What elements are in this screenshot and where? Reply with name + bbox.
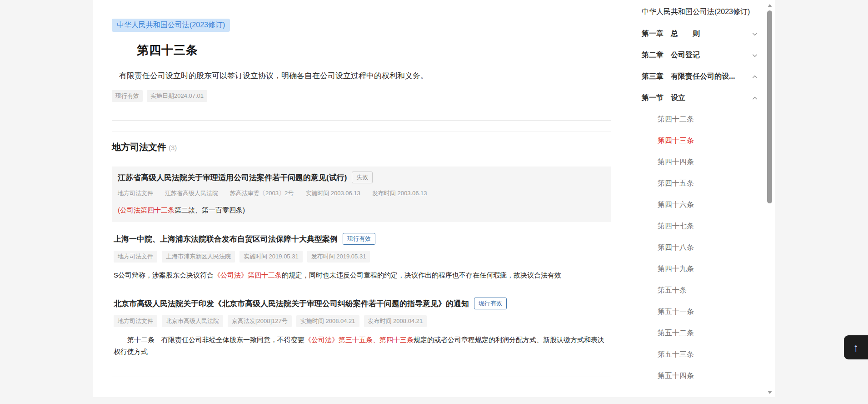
document-title-link[interactable]: 江苏省高级人民法院关于审理适用公司法案件若干问题的意见(试行) [118,172,347,183]
toc-article-43-active[interactable]: 第四十三条 [642,130,758,152]
document-meta-row: 地方司法文件 北京市高级人民法院 京高法发[2008]127号 实施时间 200… [114,315,611,327]
meta-doc-type: 地方司法文件 [118,189,153,197]
divider [112,377,611,377]
meta-publish-date: 发布时间 2019.05.31 [307,251,370,263]
main-column: 中华人民共和国公司法(2023修订) 第四十三条 有限责任公司设立时的股东可以签… [112,0,611,377]
document-meta-row: 地方司法文件 江苏省高级人民法院 苏高法审委〔2003〕2号 实施时间 2003… [118,189,604,197]
toc-chapter-3[interactable]: 第三章 有限责任公司的设... [642,66,758,87]
document-meta-row: 地方司法文件 上海市浦东新区人民法院 实施时间 2019.05.31 发布时间 … [114,251,611,263]
toc-article-49[interactable]: 第四十九条 [642,258,758,280]
toc-law-title: 中华人民共和国公司法(2023修订) [642,2,758,21]
toc-article-53[interactable]: 第五十三条 [642,344,758,365]
chevron-down-icon[interactable] [752,31,758,37]
toc-sidebar: 中华人民共和国公司法(2023修订) 第一章 总 则 第二章 公司登记 第三章 … [639,0,775,397]
toc-scrollbar[interactable] [767,0,773,397]
excerpt-text: 的规定，同时也未违反公司章程的约定，决议作出的程序也不存在任何瑕疵，故决议合法有… [282,271,561,279]
article-body-text: 有限责任公司设立时的股东可以签订设立协议，明确各自在公司设立过程中的权利和义务。 [119,71,611,81]
document-entry: 北京市高级人民法院关于印发《北京市高级人民法院关于审理公司纠纷案件若干问题的指导… [112,298,611,358]
document-title-link[interactable]: 上海一中院、上海浦东法院联合发布自贸区司法保障十大典型案例 [114,234,338,244]
status-badge: 失效 [352,172,373,183]
document-excerpt: 第十二条 有限责任公司非经全体股东一致同意，不得变更《公司法》第三十五条、第四十… [114,334,611,358]
chevron-down-icon[interactable] [752,52,758,59]
meta-publish-date: 发布时间 2003.06.13 [372,189,427,197]
toc-chapter-2[interactable]: 第二章 公司登记 [642,45,758,66]
toc-article-51[interactable]: 第五十一条 [642,301,758,323]
document-title-link[interactable]: 北京市高级人民法院关于印发《北京市高级人民法院关于审理公司纠纷案件若干问题的指导… [114,298,469,309]
toc-section-label: 第一节 设立 [642,93,685,103]
toc-article-42[interactable]: 第四十二条 [642,109,758,130]
scrollbar-down-arrow-icon[interactable] [768,391,772,394]
meta-issuing-court: 北京市高级人民法院 [162,315,223,327]
toc-chapter-label: 第一章 总 则 [642,29,700,39]
document-card-selected[interactable]: 江苏省高级人民法院关于审理适用公司法案件若干问题的意见(试行) 失效 地方司法文… [112,167,611,222]
excerpt-highlight: 《公司法》第三十五条、第四十三条 [304,336,414,343]
status-badge: 现行有效 [343,233,375,245]
document-entry: 上海一中院、上海浦东法院联合发布自贸区司法保障十大典型案例 现行有效 地方司法文… [112,233,611,281]
arrow-up-icon: ↑ [853,342,859,353]
divider [112,120,611,121]
excerpt-text: 第二款、第一百零四条) [175,206,245,214]
toc-section-1[interactable]: 第一节 设立 [642,87,758,109]
back-to-top-button[interactable]: ↑ [844,335,868,359]
excerpt-highlight: (公司法第四十三条 [118,206,175,214]
toc-article-45[interactable]: 第四十五条 [642,173,758,194]
effective-date-tag: 实施日期2024.07.01 [147,90,207,102]
meta-doc-number: 苏高法审委〔2003〕2号 [230,189,294,197]
content-wrapper: 中华人民共和国公司法(2023修订) 第四十三条 有限责任公司设立时的股东可以签… [93,0,775,397]
meta-issuing-court: 上海市浦东新区人民法院 [162,251,235,263]
toc-article-47[interactable]: 第四十七条 [642,216,758,237]
toc-chapter-1[interactable]: 第一章 总 则 [642,23,758,45]
status-badge: 现行有效 [474,298,507,309]
section-heading: 地方司法文件(3) [112,141,611,153]
chevron-up-icon[interactable] [752,74,758,80]
scrollbar-thumb[interactable] [767,10,772,203]
excerpt-highlight: 《公司法》第四十三条 [214,271,282,279]
toc-article-54[interactable]: 第五十四条 [642,365,758,387]
meta-doc-number: 京高法发[2008]127号 [228,315,292,327]
toc-chapter-label: 第三章 有限责任公司的设... [642,72,735,81]
chevron-up-icon[interactable] [752,95,758,101]
status-tag: 现行有效 [112,90,143,102]
article-tag-row: 现行有效 实施日期2024.07.01 [112,90,611,102]
document-excerpt: S公司辩称，涉案股东会决议符合《公司法》第四十三条的规定，同时也未违反公司章程的… [114,269,611,281]
toc-article-52[interactable]: 第五十二条 [642,323,758,344]
excerpt-text: 第十二条 有限责任公司非经全体股东一致同意，不得变更 [114,336,304,343]
toc-chapter-label: 第二章 公司登记 [642,50,700,60]
scrollbar-up-arrow-icon[interactable] [768,4,772,7]
meta-effective-date: 实施时间 2019.05.31 [239,251,303,263]
meta-doc-type: 地方司法文件 [114,251,157,263]
section-count: (3) [169,144,177,152]
meta-doc-type: 地方司法文件 [114,315,157,327]
toc-article-44[interactable]: 第四十四条 [642,152,758,173]
toc-article-48[interactable]: 第四十八条 [642,237,758,258]
toc-article-46[interactable]: 第四十六条 [642,194,758,216]
divider [112,131,611,131]
meta-effective-date: 实施时间 2008.04.21 [296,315,359,327]
section-title: 地方司法文件 [112,142,166,152]
toc-article-50[interactable]: 第五十条 [642,280,758,301]
meta-publish-date: 发布时间 2008.04.21 [364,315,427,327]
law-title-badge[interactable]: 中华人民共和国公司法(2023修订) [112,19,230,32]
document-excerpt: (公司法第四十三条第二款、第一百零四条) [118,204,604,216]
excerpt-text: S公司辩称，涉案股东会决议符合 [114,271,214,279]
article-title: 第四十三条 [137,42,611,58]
meta-issuing-court: 江苏省高级人民法院 [165,189,218,197]
meta-effective-date: 实施时间 2003.06.13 [305,189,360,197]
